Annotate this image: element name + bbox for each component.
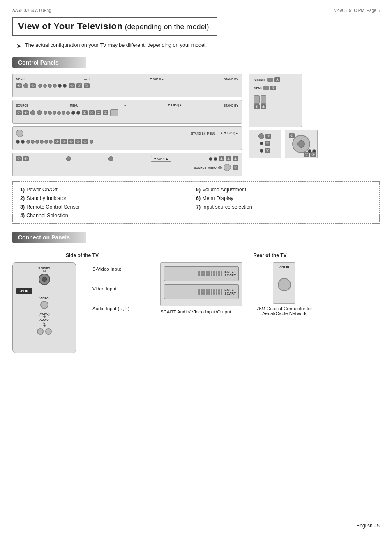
label-item-5: 5) Volume Adjustment — [196, 187, 372, 193]
video-label: Video Input — [80, 286, 129, 291]
labels-col-left: 1) Power On/Off 2) Standby Indicator 3) … — [20, 187, 196, 218]
side-tv-label: Side of the TV — [12, 253, 152, 258]
big-round-panel: ① ② ③ — [285, 130, 318, 158]
audio-r-connector — [45, 328, 52, 335]
language-label: English - 5 — [356, 523, 380, 529]
label-item-2: 2) Standby Indicator — [20, 195, 196, 201]
audio-label: Audio Input (R, L) — [80, 306, 129, 311]
ext2-label: EXT 2SCART — [224, 270, 236, 277]
side-tv-diagram: S-VIDEOIN AV IN VIDEO — [12, 262, 76, 353]
power-btn-3 — [16, 130, 23, 137]
bottom-right-panels: ① ③ ② — [249, 130, 380, 158]
control-panels-section: Control Panels MENU — + ▼ C/P.◁ ▲ — [12, 57, 380, 224]
svideo-label: S-Video Input — [80, 267, 129, 271]
front-panel-right: SOURCE ⑦ MENU ⑥ — [249, 74, 302, 127]
menu-label-1: MENU — [16, 78, 25, 81]
title-bold: View of Your Television — [18, 21, 122, 31]
note-line: ➤ The actual configuration on your TV ma… — [16, 42, 380, 50]
labels-col-right: 5) Volume Adjustment 6) Menu Display 7) … — [196, 187, 372, 218]
date-time-label: 7/25/05 5:00 PM Page 5 — [333, 8, 380, 13]
panel-diagram-2: SOURCE MENU — + ▼ C/P.◁ ▲ STAND BY ⑦ ⑥ — [12, 100, 242, 124]
panel-diagram-1: MENU — + ▼ C/P.◁ ▲ STAND BY ⑥ — [12, 74, 242, 97]
control-panels-header: Control Panels — [12, 57, 86, 68]
label-item-6: 6) Menu Display — [196, 195, 372, 201]
panel-speaker — [110, 109, 118, 116]
note-text: The actual configuration on your TV may … — [25, 42, 207, 49]
rear-tv-label: Rear of the TV — [160, 253, 380, 258]
coax-label: 75Ω Coaxial Connector for Aerial/Cable N… — [247, 306, 321, 316]
panel-diagram-3: STAND BY MENU — + ▼ C/P.◁ ▲ — [12, 126, 242, 150]
page-bottom: English - 5 — [330, 521, 380, 529]
side-connector-labels: S-Video Input Video Input Audio Input (R… — [80, 262, 129, 311]
title-normal: (depending on the model) — [122, 23, 209, 31]
ext2-connector: EXT 2SCART — [164, 266, 239, 281]
ext1-connector: EXT 1SCART — [164, 284, 239, 299]
audio-l-connector — [37, 328, 44, 335]
label-item-4: 4) Channel Selection — [20, 213, 196, 218]
panel-diagram-4: ⑦ ⑥ ▼ C/P.◁ ▲ ③ ② ⑧ — [12, 153, 242, 176]
rear-tv-diagram: EXT 2SCART — [160, 262, 242, 316]
video-connector — [40, 301, 48, 309]
coax-section: ANT IN 75Ω Coaxial Connector for Aerial/… — [247, 262, 321, 316]
side-onoff-panel: ① ③ ② — [249, 130, 281, 158]
coax-block: ANT IN — [273, 262, 295, 304]
connection-panels-header: Connection Panels — [12, 232, 86, 243]
filename-label: AA68-03660A-00Eng — [12, 8, 51, 13]
svideo-connector — [39, 274, 50, 285]
side-tv-section: Side of the TV S-VIDEOIN — [12, 253, 152, 353]
connection-content: Side of the TV S-VIDEOIN — [12, 253, 380, 353]
file-header: AA68-03660A-00Eng 7/25/05 5:00 PM Page 5 — [12, 8, 380, 13]
btn-1 — [23, 83, 28, 88]
scart-block: EXT 2SCART — [160, 262, 242, 306]
right-panel-diagrams: SOURCE ⑦ MENU ⑥ — [249, 74, 380, 158]
power-btn-4 — [224, 164, 231, 171]
connection-panels-section: Connection Panels Side of the TV S-VIDEO… — [12, 232, 380, 353]
label-item-1: 1) Power On/Off — [20, 187, 196, 193]
arrow-icon: ➤ — [16, 42, 22, 50]
page-title-box: View of Your Television (depending on th… — [12, 17, 217, 36]
av-in-label: AV IN — [16, 288, 32, 294]
label-item-3: 3) Remote Control Sensor — [20, 204, 196, 210]
rear-tv-section: Rear of the TV — [160, 253, 380, 353]
labels-box: 1) Power On/Off 2) Standby Indicator 3) … — [12, 181, 380, 224]
coax-connector — [278, 278, 291, 291]
scart-label: SCART Audio/ Video Input/Output — [160, 309, 242, 316]
label-item-7: 7) Input source selection — [196, 204, 372, 210]
left-panel-diagrams: MENU — + ▼ C/P.◁ ▲ STAND BY ⑥ — [12, 74, 242, 176]
ext1-label: EXT 1SCART — [224, 288, 236, 295]
